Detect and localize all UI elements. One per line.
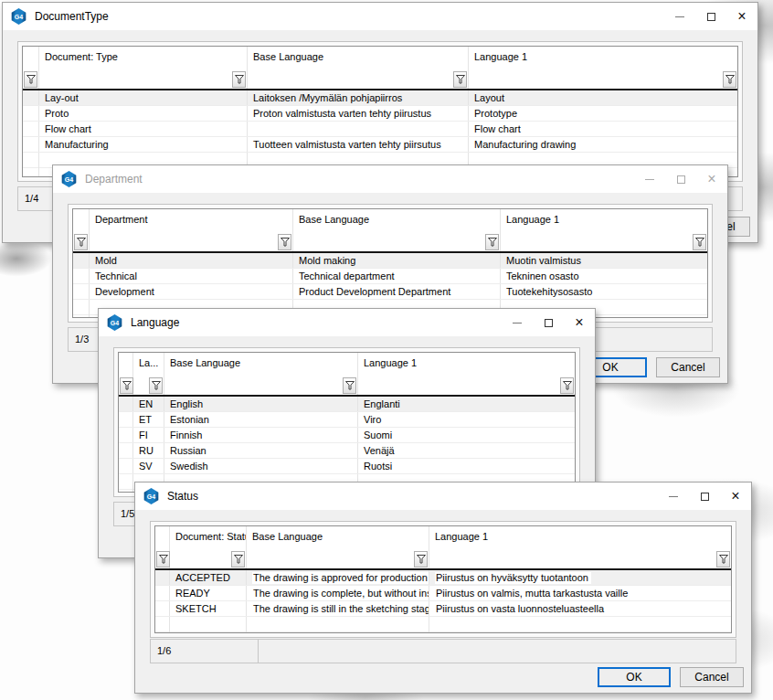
- table-cell[interactable]: [248, 122, 469, 136]
- table-cell[interactable]: Proto: [39, 106, 248, 121]
- filter-input[interactable]: [247, 550, 429, 568]
- table-cell[interactable]: Mold: [90, 253, 293, 268]
- table-row[interactable]: ProtoProton valmistusta varten tehty pii…: [23, 106, 737, 122]
- column-header[interactable]: Document: Type: [39, 47, 248, 70]
- filter-icon[interactable]: [414, 551, 428, 567]
- table-row[interactable]: SKETCHThe drawing is still in the sketch…: [155, 601, 731, 617]
- table-row[interactable]: RURussianVenäjä: [119, 443, 575, 459]
- table-cell[interactable]: Venäjä: [358, 443, 575, 458]
- filter-icon[interactable]: [693, 234, 706, 250]
- table-cell[interactable]: The drawing is approved for production: [247, 570, 429, 585]
- filter-icon[interactable]: [24, 71, 37, 88]
- table-row[interactable]: READYThe drawing is complete, but withou…: [155, 586, 731, 601]
- filter-icon[interactable]: [120, 377, 133, 394]
- table-row[interactable]: SVSwedishRuotsi: [119, 459, 575, 474]
- ok-button[interactable]: OK: [598, 667, 671, 687]
- table-cell[interactable]: Piirustus on valmis, mutta tarkastusta v…: [429, 586, 731, 600]
- table-row[interactable]: Lay-outLaitoksen /Myymälän pohjapiirrosL…: [23, 90, 737, 106]
- table-cell[interactable]: Manufacturing drawing: [469, 137, 737, 152]
- minimize-button[interactable]: [658, 483, 689, 510]
- filter-icon[interactable]: [343, 377, 356, 394]
- table-cell[interactable]: Swedish: [164, 459, 358, 473]
- table-cell[interactable]: The drawing is still in the sketching st…: [247, 601, 429, 616]
- table-cell[interactable]: EN: [133, 397, 164, 411]
- filter-input[interactable]: [39, 70, 248, 89]
- table-cell[interactable]: Flow chart: [469, 122, 737, 136]
- table-cell[interactable]: The drawing is complete, but without ins…: [247, 586, 429, 600]
- table-row[interactable]: ACCEPTEDThe drawing is approved for prod…: [155, 570, 731, 586]
- column-header[interactable]: Base Language: [248, 47, 469, 70]
- filter-input[interactable]: [90, 233, 293, 251]
- table-row[interactable]: ENEnglishEnglanti: [119, 397, 575, 412]
- minimize-button[interactable]: [664, 3, 695, 30]
- table-row[interactable]: TechnicalTechnical departmentTekninen os…: [73, 269, 707, 284]
- filter-icon[interactable]: [156, 551, 170, 567]
- table-cell[interactable]: Development: [90, 284, 293, 299]
- table-row[interactable]: FIFinnishSuomi: [119, 428, 575, 443]
- table-cell[interactable]: English: [164, 397, 358, 411]
- column-header[interactable]: Base Language: [247, 526, 429, 550]
- table-cell[interactable]: Prototype: [469, 106, 737, 121]
- filter-icon[interactable]: [232, 71, 246, 88]
- column-header[interactable]: La...: [133, 353, 164, 377]
- table-cell[interactable]: Piirustus on hyväksytty tuotantoon: [429, 570, 731, 585]
- minimize-button[interactable]: [634, 165, 665, 193]
- table-cell[interactable]: Lay-out: [39, 90, 248, 105]
- table-cell[interactable]: Estonian: [164, 412, 358, 427]
- filter-icon[interactable]: [278, 234, 291, 250]
- close-button[interactable]: ×: [726, 3, 757, 30]
- table-cell[interactable]: Suomi: [358, 428, 575, 442]
- table-row[interactable]: ManufacturingTuotteen valmistusta varten…: [23, 137, 737, 153]
- maximize-button[interactable]: [533, 309, 564, 336]
- close-button[interactable]: ×: [696, 165, 727, 193]
- table-cell[interactable]: Proton valmistusta varten tehty piirustu…: [248, 106, 469, 121]
- filter-icon[interactable]: [453, 71, 467, 88]
- table-cell[interactable]: Product Development Department: [293, 284, 501, 299]
- table-cell[interactable]: Technical department: [293, 269, 501, 283]
- filter-input[interactable]: [248, 70, 469, 89]
- table-cell[interactable]: SKETCH: [170, 601, 247, 616]
- table-cell[interactable]: Ruotsi: [358, 459, 575, 473]
- table-row[interactable]: Flow chartFlow chart: [23, 122, 737, 137]
- column-header[interactable]: Language 1: [501, 209, 707, 233]
- filter-icon[interactable]: [231, 551, 245, 567]
- filter-icon[interactable]: [149, 377, 163, 394]
- maximize-button[interactable]: [689, 483, 720, 510]
- filter-input[interactable]: [133, 377, 164, 395]
- table-cell[interactable]: Englanti: [358, 397, 575, 411]
- table-cell[interactable]: FI: [133, 428, 164, 442]
- filter-icon[interactable]: [560, 377, 574, 394]
- table-row[interactable]: DevelopmentProduct Development Departmen…: [73, 284, 707, 300]
- filter-input[interactable]: [429, 550, 731, 568]
- filter-input[interactable]: [469, 70, 737, 89]
- column-header[interactable]: Document: Status: [170, 526, 247, 550]
- table-row[interactable]: MoldMold makingMuotin valmistus: [73, 253, 707, 269]
- table-cell[interactable]: Laitoksen /Myymälän pohjapiirros: [248, 90, 469, 105]
- table-cell[interactable]: Flow chart: [39, 122, 248, 136]
- column-header[interactable]: Department: [90, 209, 293, 233]
- column-header[interactable]: Language 1: [358, 353, 575, 377]
- filter-input[interactable]: [170, 550, 247, 568]
- table-cell[interactable]: ACCEPTED: [170, 570, 247, 585]
- table-cell[interactable]: Layout: [469, 90, 737, 105]
- table-cell[interactable]: SV: [133, 459, 164, 473]
- maximize-button[interactable]: [695, 3, 726, 30]
- column-header[interactable]: Base Language: [293, 209, 501, 233]
- table-cell[interactable]: ET: [133, 412, 164, 427]
- titlebar[interactable]: G4 Status ×: [135, 483, 751, 510]
- table-cell[interactable]: READY: [170, 586, 247, 600]
- filter-icon[interactable]: [485, 234, 499, 250]
- filter-input[interactable]: [293, 233, 501, 251]
- filter-icon[interactable]: [74, 234, 88, 250]
- filter-icon[interactable]: [716, 551, 730, 567]
- titlebar[interactable]: G4 DocumentType ×: [3, 3, 757, 30]
- table-cell[interactable]: Manufacturing: [39, 137, 248, 152]
- column-header[interactable]: Language 1: [469, 47, 737, 70]
- table-cell[interactable]: Tekninen osasto: [501, 269, 707, 283]
- table-cell[interactable]: Finnish: [164, 428, 358, 442]
- column-header[interactable]: Language 1: [429, 526, 731, 550]
- table-cell[interactable]: Tuotteen valmistusta varten tehty piirsu…: [248, 137, 469, 152]
- table-cell[interactable]: RU: [133, 443, 164, 458]
- filter-input[interactable]: [358, 377, 575, 395]
- filter-input[interactable]: [164, 377, 358, 395]
